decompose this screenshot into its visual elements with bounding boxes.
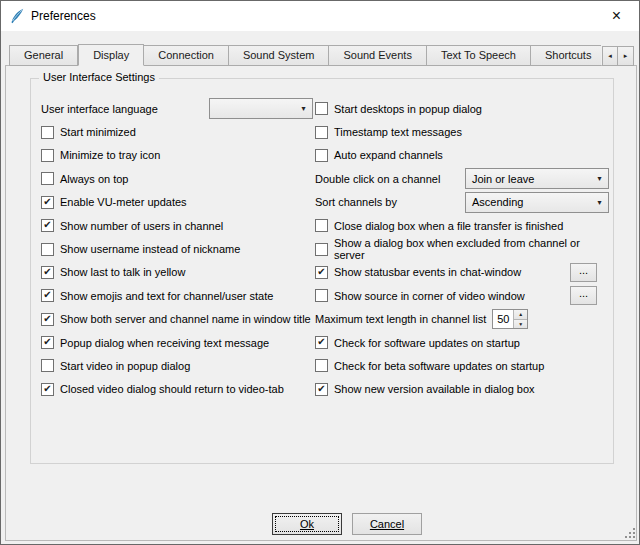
language-row: User interface language ▾ — [41, 97, 313, 120]
checkbox-box[interactable]: ✔ — [315, 219, 328, 232]
checkbox-last-talk-yellow[interactable]: ✔ Show last to talk in yellow — [41, 261, 313, 284]
spinner-buttons: ▲ ▼ — [513, 310, 527, 328]
cancel-button[interactable]: Cancel — [352, 513, 422, 535]
check-icon: ✔ — [317, 384, 325, 394]
checkbox-beta-updates[interactable]: ✔ Check for beta software updates on sta… — [315, 354, 609, 377]
checkbox-label: Check for software updates on startup — [334, 337, 520, 349]
checkbox-statusbar-events[interactable]: ✔ Show statusbar events in chat-window .… — [315, 261, 609, 284]
double-click-label: Double click on a channel — [315, 173, 440, 185]
tab-panel-display: User Interface Settings User interface l… — [5, 65, 637, 541]
checkbox-minimize-to-tray[interactable]: ✔ Minimize to tray icon — [41, 144, 313, 167]
tab-connection[interactable]: Connection — [144, 45, 229, 66]
language-select[interactable]: ▾ — [209, 98, 313, 119]
sort-channels-select[interactable]: Ascending ▾ — [465, 192, 609, 213]
checkbox-always-on-top[interactable]: ✔ Always on top — [41, 167, 313, 190]
tab-text-to-speech[interactable]: Text To Speech — [427, 45, 531, 66]
group-title: User Interface Settings — [39, 71, 159, 83]
checkbox-box[interactable]: ✔ — [41, 266, 54, 279]
checkbox-box[interactable]: ✔ — [315, 126, 328, 139]
tab-sound-events[interactable]: Sound Events — [329, 45, 427, 66]
checkbox-box[interactable]: ✔ — [41, 126, 54, 139]
checkbox-excluded-dialog[interactable]: ✔ Show a dialog box when excluded from c… — [315, 237, 609, 260]
checkbox-box[interactable]: ✔ — [41, 289, 54, 302]
checkbox-close-file-transfer[interactable]: ✔ Close dialog box when a file transfer … — [315, 214, 609, 237]
tab-display[interactable]: Display — [78, 44, 144, 66]
tab-shortcuts[interactable]: Shortcuts — [531, 45, 601, 66]
checkbox-box[interactable]: ✔ — [315, 102, 328, 115]
app-icon — [9, 8, 25, 24]
checkbox-start-video-popup[interactable]: ✔ Start video in popup dialog — [41, 354, 313, 377]
checkbox-label: Show new version available in dialog box — [334, 383, 535, 395]
sort-channels-value: Ascending — [472, 196, 523, 208]
checkbox-label: Enable VU-meter updates — [60, 196, 187, 208]
checkbox-video-source-corner[interactable]: ✔ Show source in corner of video window … — [315, 284, 609, 307]
checkbox-label: Show a dialog box when excluded from cha… — [334, 237, 609, 261]
max-text-length-label: Maximum text length in channel list — [315, 313, 486, 325]
checkbox-box[interactable]: ✔ — [315, 383, 328, 396]
checkbox-software-updates[interactable]: ✔ Check for software updates on startup — [315, 331, 609, 354]
checkbox-box[interactable]: ✔ — [41, 172, 54, 185]
double-click-row: Double click on a channel Join or leave … — [315, 167, 609, 190]
checkbox-box[interactable]: ✔ — [315, 266, 328, 279]
checkbox-box[interactable]: ✔ — [315, 243, 328, 256]
spin-up-icon[interactable]: ▲ — [514, 310, 527, 320]
checkbox-box[interactable]: ✔ — [315, 289, 328, 302]
resize-grip[interactable] — [623, 526, 636, 541]
checkbox-label: Show both server and channel name in win… — [60, 313, 311, 325]
sort-channels-label: Sort channels by — [315, 196, 397, 208]
checkbox-box[interactable]: ✔ — [41, 313, 54, 326]
checkbox-emojis-text-state[interactable]: ✔ Show emojis and text for channel/user … — [41, 284, 313, 307]
checkbox-show-user-count[interactable]: ✔ Show number of users in channel — [41, 214, 313, 237]
user-interface-settings-group: User Interface Settings User interface l… — [30, 78, 614, 464]
tab-sound-system[interactable]: Sound System — [229, 45, 330, 66]
checkbox-vu-meter-updates[interactable]: ✔ Enable VU-meter updates — [41, 191, 313, 214]
checkbox-closed-video-return[interactable]: ✔ Closed video dialog should return to v… — [41, 378, 313, 401]
window-title: Preferences — [31, 9, 96, 23]
tab-scroll-buttons: ◂ ▸ — [602, 46, 634, 66]
titlebar[interactable]: Preferences × — [1, 1, 639, 31]
double-click-value: Join or leave — [472, 173, 534, 185]
spinner-value: 50 — [493, 310, 513, 328]
close-icon[interactable]: × — [594, 1, 639, 31]
checkbox-box[interactable]: ✔ — [315, 149, 328, 162]
checkbox-box[interactable]: ✔ — [41, 149, 54, 162]
check-icon: ✔ — [43, 384, 51, 394]
checkbox-show-username[interactable]: ✔ Show username instead of nickname — [41, 237, 313, 260]
checkbox-label: Check for beta software updates on start… — [334, 360, 544, 372]
checkbox-box[interactable]: ✔ — [41, 336, 54, 349]
max-text-length-spinner[interactable]: 50 ▲ ▼ — [492, 309, 528, 329]
check-icon: ✔ — [43, 290, 51, 300]
statusbar-events-more-button[interactable]: ... — [570, 263, 597, 282]
double-click-select[interactable]: Join or leave ▾ — [465, 168, 609, 189]
checkbox-desktops-popup[interactable]: ✔ Start desktops in popup dialog — [315, 97, 609, 120]
checkbox-new-version-dialog[interactable]: ✔ Show new version available in dialog b… — [315, 378, 609, 401]
checkbox-popup-text-message[interactable]: ✔ Popup dialog when receiving text messa… — [41, 331, 313, 354]
checkbox-label: Show number of users in channel — [60, 220, 223, 232]
spin-down-icon[interactable]: ▼ — [514, 320, 527, 329]
checkbox-box[interactable]: ✔ — [41, 359, 54, 372]
tab-general[interactable]: General — [9, 45, 78, 66]
checkbox-label: Close dialog box when a file transfer is… — [334, 220, 563, 232]
chevron-down-icon: ▾ — [591, 198, 608, 207]
video-source-more-button[interactable]: ... — [570, 286, 597, 305]
checkbox-box[interactable]: ✔ — [41, 219, 54, 232]
checkbox-start-minimized[interactable]: ✔ Start minimized — [41, 120, 313, 143]
check-icon: ✔ — [43, 197, 51, 207]
checkbox-timestamp-messages[interactable]: ✔ Timestamp text messages — [315, 120, 609, 143]
checkbox-box[interactable]: ✔ — [41, 196, 54, 209]
checkbox-box[interactable]: ✔ — [315, 359, 328, 372]
left-column: User interface language ▾ ✔ Start minimi… — [41, 97, 313, 401]
language-label: User interface language — [41, 103, 158, 115]
checkbox-auto-expand[interactable]: ✔ Auto expand channels — [315, 144, 609, 167]
checkbox-label: Popup dialog when receiving text message — [60, 337, 269, 349]
ok-button[interactable]: Ok — [272, 513, 342, 535]
checkbox-box[interactable]: ✔ — [315, 336, 328, 349]
checkbox-box[interactable]: ✔ — [41, 243, 54, 256]
checkbox-box[interactable]: ✔ — [41, 383, 54, 396]
sort-channels-row: Sort channels by Ascending ▾ — [315, 191, 609, 214]
tab-scroll-left-icon[interactable]: ◂ — [602, 46, 618, 66]
right-column: ✔ Start desktops in popup dialog ✔ Times… — [315, 97, 609, 401]
tab-scroll-right-icon[interactable]: ▸ — [618, 46, 634, 66]
tab-bar: General Display Connection Sound System … — [9, 44, 601, 66]
checkbox-server-channel-title[interactable]: ✔ Show both server and channel name in w… — [41, 308, 313, 331]
